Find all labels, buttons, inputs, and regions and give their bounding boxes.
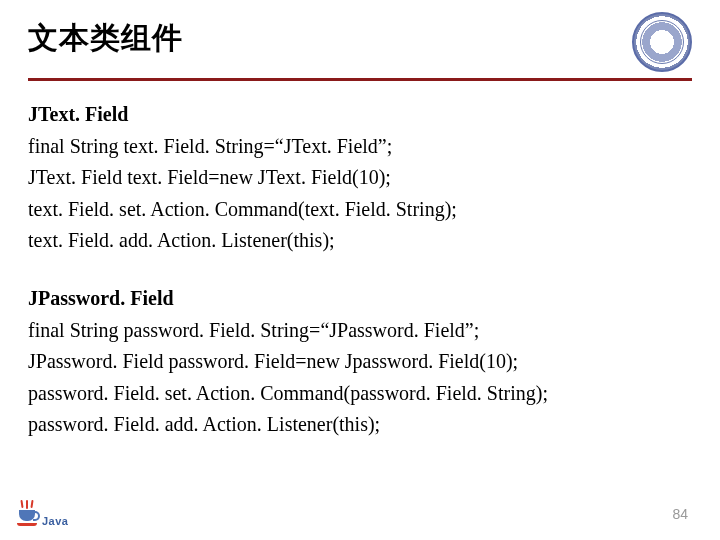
slide-title: 文本类组件: [28, 18, 183, 59]
title-divider: [28, 78, 692, 81]
page-number: 84: [672, 506, 688, 522]
section-heading: JText. Field: [28, 99, 692, 131]
code-line: text. Field. set. Action. Command(text. …: [28, 194, 692, 226]
section-heading: JPassword. Field: [28, 283, 692, 315]
section-jpasswordfield: JPassword. Field final String password. …: [28, 283, 692, 441]
code-line: JPassword. Field password. Field=new Jpa…: [28, 346, 692, 378]
code-line: password. Field. set. Action. Command(pa…: [28, 378, 692, 410]
code-line: text. Field. add. Action. Listener(this)…: [28, 225, 692, 257]
code-line: JText. Field text. Field=new JText. Fiel…: [28, 162, 692, 194]
slide-header: 文本类组件: [28, 18, 692, 72]
slide: 文本类组件 JText. Field final String text. Fi…: [0, 0, 720, 540]
code-line: password. Field. add. Action. Listener(t…: [28, 409, 692, 441]
section-jtextfield: JText. Field final String text. Field. S…: [28, 99, 692, 257]
code-line: final String password. Field. String=“JP…: [28, 315, 692, 347]
java-cup-icon: [18, 506, 38, 526]
code-line: final String text. Field. String=“JText.…: [28, 131, 692, 163]
slide-content: JText. Field final String text. Field. S…: [28, 99, 692, 441]
java-logo: Java: [18, 506, 68, 526]
university-emblem-icon: [632, 12, 692, 72]
java-logo-text: Java: [42, 515, 68, 527]
